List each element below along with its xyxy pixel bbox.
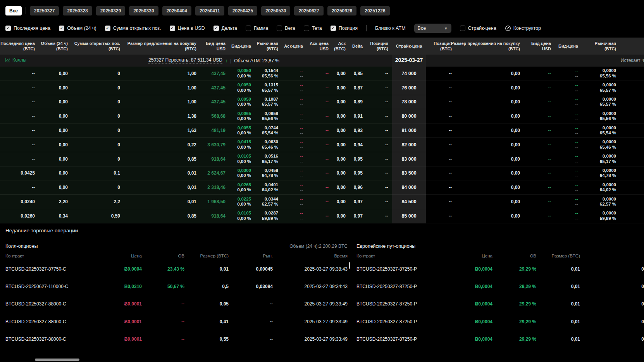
cell-put-bid-usd: --: [524, 81, 555, 95]
chain-row[interactable]: -- 0,00 0 1,00 437,45 0,0050 0,00 % 0,10…: [0, 95, 644, 110]
cell-ask-price[interactable]: -- --: [282, 67, 307, 81]
put-trade-row[interactable]: BTCUSD-20250327-87250-P Ƀ0,0004 29,29 % …: [356, 260, 644, 278]
cell-strike-price[interactable]: 83 500: [392, 166, 426, 181]
chain-row[interactable]: -- 0,00 0 0,85 918,64 0,0105 0,00 % 0,05…: [0, 152, 644, 166]
cell-ask-price[interactable]: -- --: [282, 180, 307, 195]
tab-expiry-date[interactable]: 20250627: [294, 6, 323, 15]
cell-strike-price[interactable]: 76 000: [392, 81, 426, 95]
cell-put-bid-price[interactable]: -- --: [555, 109, 582, 124]
cell-strike-price[interactable]: 81 000: [392, 124, 426, 138]
cell-bid-price[interactable]: 0,0265 0,00 %: [229, 180, 255, 195]
header-line2: (BTC): [604, 46, 616, 51]
cell-delta: 0,95: [350, 152, 367, 166]
cell-strike-price[interactable]: 80 000: [392, 109, 426, 124]
chain-row[interactable]: -- 0,00 0 1,38 568,68 0,0065 0,00 % 0,08…: [0, 109, 644, 124]
column-checkbox[interactable]: Сумма открытых поз.: [105, 26, 161, 31]
call-trade-row[interactable]: BTCUSD-20250327-87750-C Ƀ0,0004 23,43 % …: [5, 260, 348, 278]
strike-price-checkbox[interactable]: Страйк-цена: [460, 26, 496, 31]
column-checkbox[interactable]: Объем (24 ч): [59, 26, 96, 31]
cell-put-bid-price[interactable]: -- --: [555, 81, 582, 95]
cell-ask-price[interactable]: -- --: [282, 81, 307, 95]
put-trade-row[interactable]: BTCUSD-20250327-87250-P Ƀ0,0004 29,29 % …: [356, 295, 644, 313]
tab-expiry-date[interactable]: 20250327: [30, 6, 59, 15]
constructor-button[interactable]: Конструктор: [505, 25, 541, 31]
put-trade-row[interactable]: BTCUSD-20250327-87250-P Ƀ0,0004 29,29 % …: [356, 331, 644, 348]
cell-put-bid-price[interactable]: -- --: [555, 152, 582, 166]
tab-expiry-date[interactable]: 20250926: [327, 6, 356, 15]
cell-bid-price[interactable]: 0,0105 0,00 %: [229, 152, 255, 166]
cell-put-bid-price[interactable]: -- --: [555, 180, 582, 195]
cell-bid-price[interactable]: 0,0050 0,00 %: [229, 81, 255, 95]
cell-ask-price[interactable]: -- --: [282, 209, 307, 223]
cell-put-mark-price: 0,0000 65,57 %: [582, 81, 620, 95]
cell-bid-price[interactable]: 0,0050 0,00 %: [229, 67, 255, 81]
column-checkbox[interactable]: Дельта: [214, 26, 237, 31]
put-mark-value: 0,0000: [603, 111, 616, 117]
cell-bid-price[interactable]: 0,0225 0,00 %: [229, 195, 255, 209]
chain-row[interactable]: -- 0,00 0 1,00 437,45 0,0050 0,00 % 0,15…: [0, 67, 644, 81]
column-checkbox[interactable]: Позиция: [331, 26, 358, 31]
chain-row[interactable]: -- 0,00 0 0,22 3 630,79 0,0415 0,00 % 0,…: [0, 138, 644, 152]
cell-put-bid-price[interactable]: -- --: [555, 209, 582, 223]
cell-bid-price[interactable]: 0,0065 0,00 %: [229, 109, 255, 124]
chain-row[interactable]: 0,0425 0,00 0,1 0,01 2 624,67 0,0300 0,0…: [0, 166, 644, 181]
list-scrollbar-thumb[interactable]: [349, 262, 350, 269]
calls-link[interactable]: Коллы: [5, 57, 26, 63]
cell-strike-price[interactable]: 84 500: [392, 195, 426, 209]
cell-ask-price[interactable]: -- --: [282, 95, 307, 110]
chain-column-header: Бид-цена USD: [524, 38, 555, 55]
call-trade-row[interactable]: BTCUSD-20250327-88000-C Ƀ0,0001 -- 0,55 …: [5, 331, 348, 348]
tab-expiry-date[interactable]: 20250530: [261, 6, 290, 15]
cell-strike-price[interactable]: 82 000: [392, 138, 426, 152]
cell-ask-price[interactable]: -- --: [282, 152, 307, 166]
cell-ask-price[interactable]: -- --: [282, 166, 307, 181]
column-checkbox[interactable]: Цена в USD: [170, 26, 205, 31]
cell-ask-price[interactable]: -- --: [282, 195, 307, 209]
tab-expiry-date[interactable]: 20250328: [63, 6, 92, 15]
call-trade-row[interactable]: BTCUSD-20250327-88000-C Ƀ0,0001 -- 0,05 …: [5, 295, 348, 313]
tab-expiry-date[interactable]: 20250330: [129, 6, 158, 15]
chain-row[interactable]: -- 0,00 0 1,00 437,45 0,0050 0,00 % 0,13…: [0, 81, 644, 95]
cell-bid-price[interactable]: 0,0300 0,00 %: [229, 166, 255, 181]
chain-row[interactable]: -- 0,00 0 0,01 2 318,46 0,0265 0,00 % 0,…: [0, 180, 644, 195]
cell-strike-price[interactable]: 78 000: [392, 95, 426, 110]
chain-row[interactable]: -- 0,00 0 1,63 481,19 0,0055 0,00 % 0,07…: [0, 124, 644, 138]
put-trade-row[interactable]: BTCUSD-20250327-87250-P Ƀ0,0004 29,29 % …: [356, 278, 644, 295]
tab-expiry-date[interactable]: 20250425: [228, 6, 257, 15]
cell-put-bid-price[interactable]: -- --: [555, 67, 582, 81]
cell-bid-price[interactable]: 0,0050 0,00 %: [229, 95, 255, 110]
put-trade-row[interactable]: BTCUSD-20250327-87250-P Ƀ0,0004 29,29 % …: [356, 313, 644, 330]
chain-row[interactable]: 0,0240 2,20 2,2 0,01 1 968,50 0,0225 0,0…: [0, 195, 644, 209]
cell-bid-price[interactable]: 0,0415 0,00 %: [229, 138, 255, 152]
call-trade-row[interactable]: BTCUSD-20250627-110000-C Ƀ0,0310 50,67 %…: [5, 278, 348, 295]
tab-expiry-date[interactable]: 20250329: [96, 6, 125, 15]
horizontal-scrollbar-thumb[interactable]: [35, 359, 79, 361]
cell-ask-price[interactable]: -- --: [282, 124, 307, 138]
cell-put-bid-price[interactable]: -- --: [555, 195, 582, 209]
cell-put-bid-price[interactable]: -- --: [555, 166, 582, 181]
cell-bid-price[interactable]: 0,0055 0,00 %: [229, 124, 255, 138]
cell-bid-price[interactable]: 0,0105 0,00 %: [229, 209, 255, 223]
cell-put-bid-price[interactable]: -- --: [555, 124, 582, 138]
column-checkbox[interactable]: Тета: [304, 26, 322, 31]
cell-strike-price[interactable]: 85 000: [392, 209, 426, 223]
tab-expiry-date[interactable]: 20250411: [195, 6, 224, 15]
cell-ask-price[interactable]: -- --: [282, 138, 307, 152]
cell-put-bid-price[interactable]: -- --: [555, 138, 582, 152]
column-checkbox[interactable]: Гамма: [246, 26, 268, 31]
chain-row[interactable]: 0,0260 0,34 0,59 0,85 918,64 0,0105 0,00…: [0, 209, 644, 223]
column-checkbox[interactable]: Последняя цена: [5, 26, 50, 31]
ask-iv: --: [300, 173, 303, 178]
cell-strike-price[interactable]: 74 000: [392, 67, 426, 81]
cell-ask-price[interactable]: -- --: [282, 109, 307, 124]
tab-expiry-date[interactable]: 20250404: [162, 6, 191, 15]
cell-strike-price[interactable]: 83 000: [392, 152, 426, 166]
near-atm-select[interactable]: Все ▼: [414, 24, 451, 33]
cell-strike-price[interactable]: 84 000: [392, 180, 426, 195]
tab-expiry-date[interactable]: 20251226: [360, 6, 389, 15]
call-trade-row[interactable]: BTCUSD-20250327-88000-C Ƀ0,0001 -- 0,41 …: [5, 313, 348, 330]
column-checkbox[interactable]: Вега: [277, 26, 295, 31]
forward-price[interactable]: 250327 Переслать: 87 511,34 USD: [148, 57, 222, 64]
tab-all-expiries[interactable]: Все: [5, 6, 22, 15]
cell-put-bid-price[interactable]: -- --: [555, 95, 582, 110]
